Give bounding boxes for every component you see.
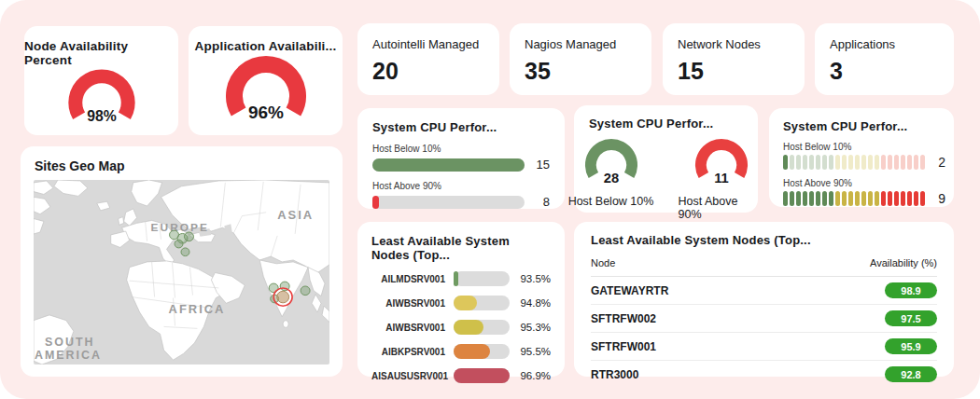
card-cpu-performance-gauges: System CPU Perfor... 28 Host Below 10% 1… (574, 105, 758, 213)
node-label: AIWBSRV001 (371, 323, 454, 333)
node-label: AILMDSRV001 (371, 274, 454, 284)
segment-pill (920, 155, 925, 170)
node-label: AISAUSUSRV001 (371, 371, 454, 381)
card-title: Node Availability Percent (24, 39, 178, 67)
table-row[interactable]: GATEWAYRTR 98.9 (591, 277, 937, 305)
dashboard-board: Node Availability Percent 98% Applicatio… (0, 0, 980, 399)
segment-pill (907, 191, 912, 206)
bar-track (454, 344, 510, 359)
bar-fill (454, 344, 490, 359)
map-label-south: SOUTH (45, 336, 95, 349)
availability-badge: 92.8 (885, 366, 937, 382)
node-label: AIWBSRV001 (371, 298, 454, 309)
bar-value: 95.3% (510, 322, 551, 333)
gauge-label: Host Below 10% (568, 195, 654, 208)
stat-label: Autointelli Managed (372, 37, 484, 51)
segment-bar (783, 191, 925, 206)
host-below-gauge: 28 (568, 138, 654, 192)
stat-value: 15 (678, 58, 790, 85)
card-title: System CPU Perfor... (783, 119, 940, 133)
bar-row: Host Below 10% 15 (372, 144, 550, 172)
bar-fill (372, 158, 525, 172)
node-availability-gauge: 98% (46, 67, 158, 135)
table-header: Node Availability (%) (591, 247, 937, 277)
segment-pill (822, 155, 827, 170)
card-title: Sites Geo Map (35, 158, 124, 173)
bar-value: 15 (534, 158, 550, 172)
availability-badge: 95.9 (885, 338, 937, 354)
card-title: System CPU Perfor... (372, 120, 550, 134)
segment-pill (901, 191, 905, 206)
node-bar-row: AILMDSRV001 93.5% (371, 271, 551, 286)
gauge-value: 98% (87, 108, 117, 124)
node-bar-row: AISAUSUSRV001 96.9% (371, 368, 551, 383)
node-name: SFTRFW002 (591, 312, 656, 325)
stat-label: Network Nodes (678, 37, 790, 51)
application-availability-gauge: 96% (210, 53, 322, 135)
table-row[interactable]: RTR3000 92.8 (591, 361, 937, 388)
segment-pill (816, 155, 820, 170)
node-name: GATEWAYRTR (591, 284, 668, 297)
segment-pill (914, 155, 918, 170)
stat-value: 20 (372, 58, 484, 85)
segment-label: Host Below 10% (783, 142, 940, 152)
segment-pill (868, 155, 873, 170)
site-marker-selected[interactable] (277, 291, 289, 303)
bar-track (372, 196, 525, 209)
node-bar-row: AIWBSRV001 95.3% (371, 320, 551, 335)
segment-pill (783, 191, 788, 206)
segment-pill (803, 155, 807, 170)
availability-badge: 97.5 (885, 310, 937, 326)
segment-pill (861, 155, 866, 170)
segment-pill (920, 191, 925, 206)
gauge-label: Host Above 90% (679, 195, 764, 221)
segment-label: Host Above 90% (783, 178, 940, 188)
segment-pill (829, 155, 833, 170)
map-label-america: AMERICA (35, 349, 102, 362)
gauge-group: 28 Host Below 10% (568, 138, 654, 221)
card-node-availability: Node Availability Percent 98% (24, 26, 178, 135)
segment-pill (835, 155, 840, 170)
node-name: SFTRFW001 (591, 340, 656, 353)
segment-bar (783, 155, 925, 170)
node-name: RTR3000 (591, 368, 638, 381)
segment-pill (855, 155, 860, 170)
node-bar-row: AIBKPSRV001 95.5% (371, 344, 551, 359)
bar-fill (372, 196, 379, 209)
segment-pill (888, 155, 892, 170)
stat-label: Nagios Managed (525, 37, 637, 51)
segment-pill (868, 191, 873, 206)
segment-pill (842, 155, 847, 170)
table-row[interactable]: SFTRFW002 97.5 (591, 305, 937, 333)
bar-fill (454, 368, 510, 383)
segment-pill (848, 191, 853, 206)
gauge-value: 96% (247, 103, 283, 122)
node-bar-row: AIWBSRV001 94.8% (371, 296, 551, 310)
segment-row: Host Below 10% 2 (783, 142, 940, 170)
map-label-europe: EUROPE (151, 221, 209, 233)
segment-pill (881, 155, 886, 170)
segment-pill (875, 155, 879, 170)
node-label: AIBKPSRV001 (371, 347, 454, 357)
segment-pill (914, 191, 918, 206)
availability-badge: 98.9 (885, 282, 937, 298)
segment-pill (783, 155, 788, 170)
bar-fill (454, 296, 477, 310)
card-least-available-table: Least Available System Nodes (Top... Nod… (574, 222, 954, 377)
card-title: Least Available System Nodes (Top... (591, 233, 937, 247)
segment-pill (888, 191, 892, 206)
segment-pill (790, 155, 794, 170)
segment-pill (881, 191, 886, 206)
stat-label: Applications (830, 37, 939, 51)
card-nagios-managed: Nagios Managed 35 (510, 23, 651, 95)
card-title: Least Available System Nodes (Top... (371, 234, 551, 262)
segment-pill (790, 191, 794, 206)
stat-value: 35 (525, 58, 637, 85)
bar-fill (454, 320, 483, 335)
table-row[interactable]: SFTRFW001 95.9 (591, 333, 937, 361)
bar-label: Host Above 90% (372, 181, 550, 191)
bar-track (454, 320, 510, 335)
card-autointelli-managed: Autointelli Managed 20 (357, 23, 499, 95)
segment-pill (835, 191, 840, 206)
bar-value: 93.5% (510, 273, 551, 284)
